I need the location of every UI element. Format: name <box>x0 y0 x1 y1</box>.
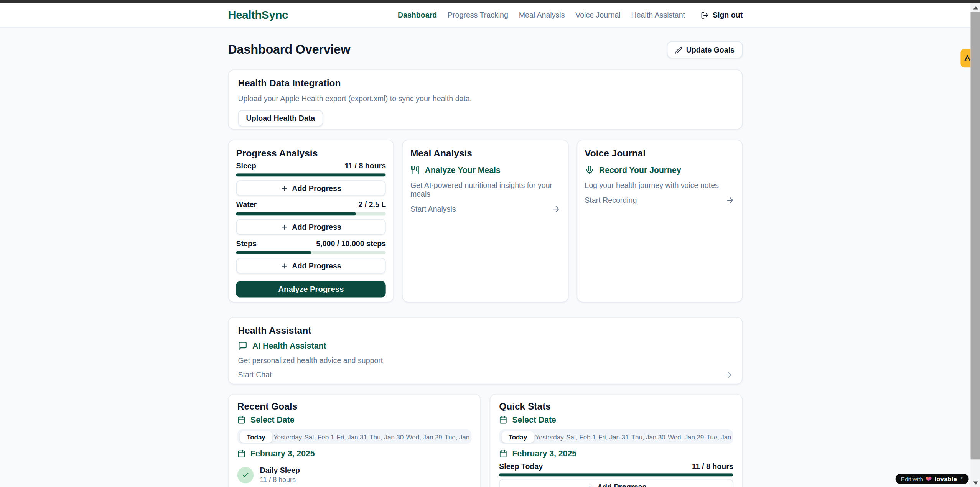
sleep-today-value: 11 / 8 hours <box>692 462 733 471</box>
steps-progress-fill <box>236 251 311 254</box>
recent-goals-card: Recent Goals Select Date Today Yesterday… <box>228 394 481 487</box>
tab-thu-jan-30[interactable]: Thu, Jan 30 <box>368 431 405 442</box>
add-water-progress-button[interactable]: Add Progress <box>236 219 386 235</box>
sleep-progress-fill <box>236 173 386 176</box>
add-steps-progress-button[interactable]: Add Progress <box>236 258 386 274</box>
start-chat-label: Start Chat <box>238 370 272 379</box>
goal-name: Daily Sleep <box>260 466 300 475</box>
add-progress-label: Add Progress <box>292 222 341 231</box>
utensils-icon <box>410 165 420 174</box>
ai-health-assistant-link[interactable]: AI Health Assistant <box>238 341 733 350</box>
feature-cards-row: Progress Analysis Sleep 11 / 8 hours Add… <box>228 140 743 302</box>
lovable-prefix-label: Edit with <box>901 475 924 482</box>
triangle-down-icon <box>973 481 978 484</box>
calendar-icon <box>499 449 507 457</box>
recent-goals-select-date[interactable]: Select Date <box>237 415 472 424</box>
app-viewport: HealthSync Dashboard Progress Tracking M… <box>0 3 971 487</box>
start-analysis-label: Start Analysis <box>410 205 456 214</box>
steps-metric: Steps 5,000 / 10,000 steps Add Progress <box>236 240 386 273</box>
sleep-metric: Sleep 11 / 8 hours Add Progress <box>236 162 386 196</box>
start-recording-action[interactable]: Start Recording <box>585 196 735 205</box>
nav-meal-analysis[interactable]: Meal Analysis <box>519 11 565 20</box>
quick-stats-select-date[interactable]: Select Date <box>499 415 733 424</box>
nav-voice-journal[interactable]: Voice Journal <box>575 11 621 20</box>
update-goals-button[interactable]: Update Goals <box>667 41 743 58</box>
arrow-right-icon <box>724 370 733 379</box>
window-top-strip <box>0 0 980 3</box>
health-assistant-card: Health Assistant AI Health Assistant Get… <box>228 317 743 384</box>
start-analysis-action[interactable]: Start Analysis <box>410 205 560 214</box>
sign-out-button[interactable]: Sign out <box>701 11 743 20</box>
start-chat-action[interactable]: Start Chat <box>238 370 733 379</box>
voice-journal-description: Log your health journey with voice notes <box>585 181 735 190</box>
scrollbar-up-button[interactable] <box>971 3 980 12</box>
log-out-icon <box>701 11 709 19</box>
tab-wed-jan-29[interactable]: Wed, Jan 29 <box>405 431 443 442</box>
sleep-progress-track <box>236 173 386 176</box>
steps-progress-track <box>236 251 386 254</box>
tab-today[interactable]: Today <box>502 431 534 442</box>
tab-thu-jan-30[interactable]: Thu, Jan 30 <box>630 431 666 442</box>
tab-yesterday[interactable]: Yesterday <box>534 431 565 442</box>
steps-value: 5,000 / 10,000 steps <box>316 240 386 248</box>
page-title: Dashboard Overview <box>228 43 350 57</box>
nav-progress-tracking[interactable]: Progress Tracking <box>448 11 508 20</box>
tab-wed-jan-29[interactable]: Wed, Jan 29 <box>667 431 705 442</box>
quick-stats-add-progress-button[interactable]: Add Progress <box>499 479 733 487</box>
main-nav: Dashboard Progress Tracking Meal Analysi… <box>398 11 743 20</box>
arrow-right-icon <box>552 205 560 214</box>
record-your-journey-label: Record Your Journey <box>599 165 681 174</box>
upload-health-data-button[interactable]: Upload Health Data <box>238 110 323 126</box>
voice-journal-card: Voice Journal Record Your Journey Log yo… <box>576 140 743 302</box>
calendar-icon <box>237 416 245 424</box>
tab-today[interactable]: Today <box>240 431 272 442</box>
sleep-today-progress-track <box>499 473 733 476</box>
add-progress-label: Add Progress <box>292 184 341 192</box>
vertical-scrollbar[interactable] <box>971 3 980 487</box>
tab-sat-feb-1[interactable]: Sat, Feb 1 <box>565 431 597 442</box>
health-data-integration-card: Health Data Integration Upload your Appl… <box>228 69 743 130</box>
goal-check-icon <box>237 467 254 483</box>
analyze-your-meals-link[interactable]: Analyze Your Meals <box>410 165 560 174</box>
current-date-label: February 3, 2025 <box>250 449 315 458</box>
start-recording-label: Start Recording <box>585 196 637 205</box>
quick-stats-card: Quick Stats Select Date Today Yesterday … <box>490 394 743 487</box>
ai-health-assistant-label: AI Health Assistant <box>252 341 326 350</box>
pencil-icon <box>675 46 682 54</box>
water-progress-fill <box>236 212 356 215</box>
analyze-progress-button[interactable]: Analyze Progress <box>236 281 386 297</box>
edit-with-lovable-badge[interactable]: Edit with lovable × <box>895 474 969 484</box>
nav-health-assistant[interactable]: Health Assistant <box>631 11 685 20</box>
sleep-value: 11 / 8 hours <box>344 162 386 170</box>
bottom-cards-row: Recent Goals Select Date Today Yesterday… <box>228 394 743 487</box>
scrollbar-down-button[interactable] <box>971 478 980 487</box>
sleep-today-progress-fill <box>499 473 733 476</box>
calendar-icon <box>499 416 507 424</box>
tab-fri-jan-31[interactable]: Fri, Jan 31 <box>597 431 630 442</box>
health-data-title: Health Data Integration <box>238 77 733 88</box>
recent-goals-date-tabs: Today Yesterday Sat, Feb 1 Fri, Jan 31 T… <box>237 429 472 444</box>
sleep-today-metric: Sleep Today 11 / 8 hours <box>499 462 733 471</box>
triangle-up-icon <box>973 6 978 9</box>
water-metric: Water 2 / 2.5 L Add Progress <box>236 201 386 235</box>
plus-icon <box>281 223 288 231</box>
record-your-journey-link[interactable]: Record Your Journey <box>585 165 735 174</box>
quick-stats-current-date: February 3, 2025 <box>499 449 733 458</box>
add-sleep-progress-button[interactable]: Add Progress <box>236 180 386 196</box>
tab-fri-jan-31[interactable]: Fri, Jan 31 <box>335 431 368 442</box>
tab-sat-feb-1[interactable]: Sat, Feb 1 <box>303 431 335 442</box>
app-logo: HealthSync <box>228 8 288 21</box>
tab-tue-jan-28[interactable]: Tue, Jan 28 <box>443 431 471 442</box>
calendar-icon <box>237 449 245 457</box>
recent-goals-title: Recent Goals <box>237 401 472 411</box>
plus-icon <box>281 262 288 270</box>
meal-analysis-title: Meal Analysis <box>410 148 560 158</box>
screenshot-root: HealthSync Dashboard Progress Tracking M… <box>0 0 980 487</box>
nav-dashboard[interactable]: Dashboard <box>398 11 437 20</box>
chat-bubble-icon <box>238 341 247 350</box>
tab-yesterday[interactable]: Yesterday <box>272 431 303 442</box>
tab-tue-jan-28[interactable]: Tue, Jan 28 <box>705 431 733 442</box>
close-icon[interactable]: × <box>960 475 963 481</box>
scrollbar-thumb[interactable] <box>971 12 980 459</box>
microphone-icon <box>585 165 594 174</box>
